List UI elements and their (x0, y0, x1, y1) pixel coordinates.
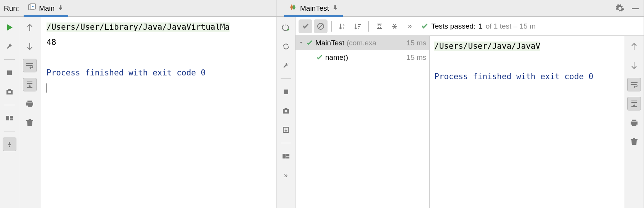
up-arrow-button[interactable] (627, 40, 641, 53)
show-passed-button[interactable] (299, 19, 312, 33)
run-console[interactable]: /Users/User/Library/Java/JavaVirtualMa 4… (40, 17, 276, 208)
separator (4, 131, 15, 131)
separator (4, 105, 15, 105)
camera-button[interactable] (3, 85, 16, 99)
test-config-icon (289, 3, 297, 13)
tree-root-pkg: (com.exa (347, 39, 376, 47)
svg-rect-10 (286, 154, 289, 156)
separator (368, 21, 369, 32)
layout-button[interactable] (279, 149, 293, 163)
test-tabs-header: MainTest (276, 0, 644, 17)
svg-text:z: z (343, 26, 344, 30)
test-status: Tests passed: 1 of 1 test – 15 m (418, 22, 536, 30)
collapse-all-button[interactable] (388, 19, 401, 33)
check-icon (316, 54, 323, 61)
console-output: 48 (47, 38, 56, 47)
expand-all-button[interactable] (373, 19, 386, 33)
svg-rect-9 (283, 154, 286, 158)
rerun-button[interactable] (3, 21, 16, 34)
up-arrow-button[interactable] (23, 21, 37, 34)
tree-root-row[interactable]: MainTest (com.exa 15 ms (296, 36, 429, 50)
console-caret (47, 83, 47, 93)
tab-main-label: Main (39, 4, 55, 13)
console-exit-message: Process finished with exit code 0 (434, 72, 593, 81)
soft-wrap-button[interactable] (627, 78, 641, 91)
wrench-button[interactable] (279, 59, 293, 72)
check-icon (421, 22, 428, 30)
tree-child-row[interactable]: name() 15 ms (296, 50, 429, 65)
separator (4, 59, 15, 60)
separator (331, 21, 332, 32)
trash-button[interactable] (23, 116, 37, 130)
sort-alpha-button[interactable]: az (336, 19, 349, 33)
test-console-gutter (624, 36, 644, 208)
toggle-auto-test-button[interactable] (279, 40, 293, 53)
camera-button[interactable] (279, 104, 293, 118)
console-command-line: /Users/User/Library/Java/JavaVirtualMa (47, 22, 230, 32)
svg-rect-11 (286, 157, 289, 158)
tab-main[interactable]: Main (24, 0, 68, 17)
tab-maintest[interactable]: MainTest (284, 0, 343, 17)
export-button[interactable] (279, 123, 293, 137)
status-count: 1 (479, 22, 483, 30)
more-button[interactable]: » (279, 168, 293, 182)
down-arrow-button[interactable] (23, 40, 37, 53)
rerun-tests-button[interactable] (279, 21, 293, 34)
svg-rect-3 (7, 70, 12, 75)
svg-rect-7 (632, 8, 639, 9)
print-button[interactable] (627, 116, 641, 130)
svg-rect-5 (10, 116, 13, 118)
run-label: Run: (1, 4, 24, 13)
status-suffix: of 1 test – 15 m (486, 22, 536, 30)
run-gutter-secondary (19, 17, 40, 208)
print-button[interactable] (23, 97, 37, 110)
separator (281, 143, 291, 143)
chevron-down-icon[interactable] (299, 39, 304, 47)
test-panel: MainTest (276, 0, 644, 208)
tree-child-name: name() (325, 53, 348, 62)
test-tree[interactable]: MainTest (com.exa 15 ms name() 15 ms (296, 36, 430, 208)
run-panel: Run: Main (0, 0, 276, 208)
tree-root-time: 15 ms (406, 39, 426, 47)
pin-panel-button[interactable] (3, 138, 16, 151)
trash-button[interactable] (627, 135, 641, 149)
show-ignored-button[interactable] (314, 19, 328, 33)
tab-maintest-label: MainTest (300, 4, 329, 13)
wrench-button[interactable] (3, 40, 16, 53)
soft-wrap-button[interactable] (23, 59, 37, 72)
console-command-line: /Users/User/Java/JavaV (434, 42, 540, 51)
more-toolbar-button[interactable]: » (403, 19, 417, 33)
sort-duration-button[interactable] (351, 19, 365, 33)
layout-button[interactable] (3, 111, 16, 125)
svg-point-2 (32, 6, 34, 7)
test-console[interactable]: /Users/User/Java/JavaV Process finished … (430, 36, 624, 208)
test-toolbar: az » (296, 17, 644, 36)
check-icon (306, 40, 313, 46)
svg-line-13 (318, 24, 323, 29)
svg-rect-8 (284, 90, 288, 94)
test-gutter: » (276, 17, 296, 208)
svg-rect-6 (10, 118, 13, 120)
minimize-icon[interactable] (630, 3, 641, 14)
tree-root-name: MainTest (315, 39, 344, 47)
stop-button[interactable] (3, 66, 16, 80)
console-exit-message: Process finished with exit code 0 (47, 68, 206, 77)
scroll-to-end-button[interactable] (23, 78, 37, 91)
status-label: Tests passed: (431, 22, 475, 30)
java-run-config-icon (28, 3, 36, 13)
gear-icon[interactable] (615, 3, 625, 14)
separator (281, 78, 291, 79)
stop-button[interactable] (279, 85, 293, 99)
svg-rect-4 (6, 116, 9, 120)
pin-icon[interactable] (332, 4, 338, 13)
run-gutter-primary (0, 17, 19, 208)
pin-icon[interactable] (58, 4, 64, 13)
tree-child-time: 15 ms (406, 53, 426, 62)
scroll-to-end-button[interactable] (627, 97, 641, 110)
run-tabs-header: Run: Main (0, 0, 276, 17)
down-arrow-button[interactable] (627, 59, 641, 72)
